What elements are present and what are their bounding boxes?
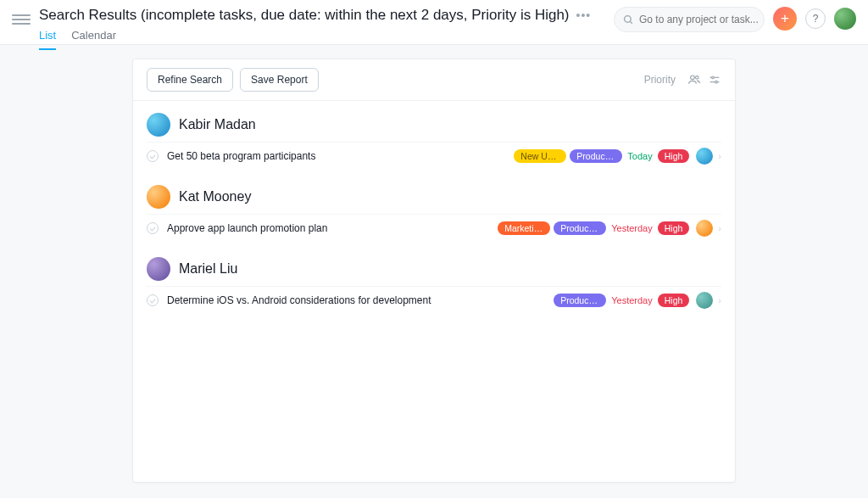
svg-point-2 — [691, 76, 695, 80]
priority-pill[interactable]: High — [658, 294, 690, 307]
task-row[interactable]: Get 50 beta program participantsNew User… — [147, 142, 721, 170]
assignee-avatar[interactable] — [147, 185, 170, 209]
complete-checkbox[interactable] — [147, 222, 159, 234]
add-button[interactable]: + — [773, 7, 797, 31]
toolbar: Refine Search Save Report Priority — [133, 59, 735, 101]
project-pill[interactable]: Product l… — [554, 294, 606, 307]
task-assignee-avatar[interactable] — [696, 148, 713, 165]
project-pill[interactable]: Product l… — [554, 221, 606, 235]
task-assignee-avatar[interactable] — [696, 292, 713, 309]
tab-calendar[interactable]: Calendar — [71, 29, 116, 50]
group-header: Kat Mooney — [147, 182, 721, 214]
search-icon — [623, 14, 634, 25]
global-search[interactable] — [614, 7, 765, 32]
chevron-right-icon[interactable]: › — [718, 295, 721, 305]
hamburger-menu-button[interactable] — [12, 10, 31, 29]
svg-point-7 — [715, 81, 718, 83]
priority-pill[interactable]: High — [658, 149, 690, 163]
priority-column-label: Priority — [644, 74, 676, 86]
task-title: Determine iOS vs. Android considerations… — [167, 294, 554, 306]
group-header: Mariel Liu — [147, 254, 721, 286]
people-icon[interactable] — [687, 73, 701, 87]
svg-point-0 — [625, 15, 632, 22]
task-row[interactable]: Approve app launch promotion planMarketi… — [147, 214, 721, 242]
chevron-right-icon[interactable]: › — [718, 151, 721, 161]
assignee-name: Mariel Liu — [179, 261, 237, 277]
task-tags: MarketingProduct l… — [498, 221, 606, 235]
row-end: › — [696, 148, 721, 165]
task-assignee-avatar[interactable] — [696, 220, 713, 237]
assignee-name: Kat Mooney — [179, 189, 251, 204]
task-row[interactable]: Determine iOS vs. Android considerations… — [147, 286, 721, 314]
project-pill[interactable]: New Users — [514, 149, 566, 163]
task-title: Get 50 beta program participants — [167, 150, 514, 162]
content-area: Refine Search Save Report Priority Kabir… — [0, 45, 868, 483]
project-pill[interactable]: Product l… — [570, 149, 622, 163]
help-button[interactable]: ? — [805, 8, 826, 29]
group-header: Kabir Madan — [147, 109, 721, 142]
task-title: Approve app launch promotion plan — [167, 222, 498, 234]
complete-checkbox[interactable] — [147, 150, 159, 162]
save-report-button[interactable]: Save Report — [240, 68, 319, 92]
task-group: Kabir MadanGet 50 beta program participa… — [133, 101, 735, 173]
title-area: Search Results (incomplete tasks, due da… — [39, 7, 605, 50]
task-tags: Product l… — [554, 294, 606, 307]
due-date: Today — [622, 151, 657, 161]
results-panel: Refine Search Save Report Priority Kabir… — [132, 59, 736, 483]
due-date: Yesterday — [606, 295, 658, 305]
page-title: Search Results (incomplete tasks, due da… — [39, 7, 570, 24]
row-end: › — [696, 220, 721, 237]
topbar-right: + ? — [773, 7, 856, 31]
assignee-avatar[interactable] — [147, 113, 170, 137]
assignee-avatar[interactable] — [147, 257, 170, 281]
task-group: Mariel LiuDetermine iOS vs. Android cons… — [133, 245, 735, 317]
customize-icon[interactable] — [708, 73, 721, 87]
due-date: Yesterday — [606, 223, 658, 233]
svg-point-5 — [712, 76, 715, 79]
assignee-name: Kabir Madan — [179, 117, 256, 132]
tabs: List Calendar — [39, 29, 605, 50]
search-input[interactable] — [639, 14, 766, 25]
more-options-icon[interactable]: ••• — [576, 8, 592, 22]
svg-point-3 — [696, 76, 699, 80]
top-bar: Search Results (incomplete tasks, due da… — [0, 0, 868, 45]
task-tags: New UsersProduct l… — [514, 149, 622, 163]
chevron-right-icon[interactable]: › — [718, 223, 721, 233]
tab-list[interactable]: List — [39, 29, 56, 50]
user-avatar[interactable] — [834, 8, 856, 30]
svg-line-1 — [630, 21, 632, 24]
priority-pill[interactable]: High — [658, 221, 690, 235]
refine-search-button[interactable]: Refine Search — [147, 68, 233, 92]
task-groups: Kabir MadanGet 50 beta program participa… — [133, 101, 735, 317]
row-end: › — [696, 292, 721, 309]
task-group: Kat MooneyApprove app launch promotion p… — [133, 173, 735, 245]
complete-checkbox[interactable] — [147, 294, 159, 306]
project-pill[interactable]: Marketing — [498, 221, 550, 235]
